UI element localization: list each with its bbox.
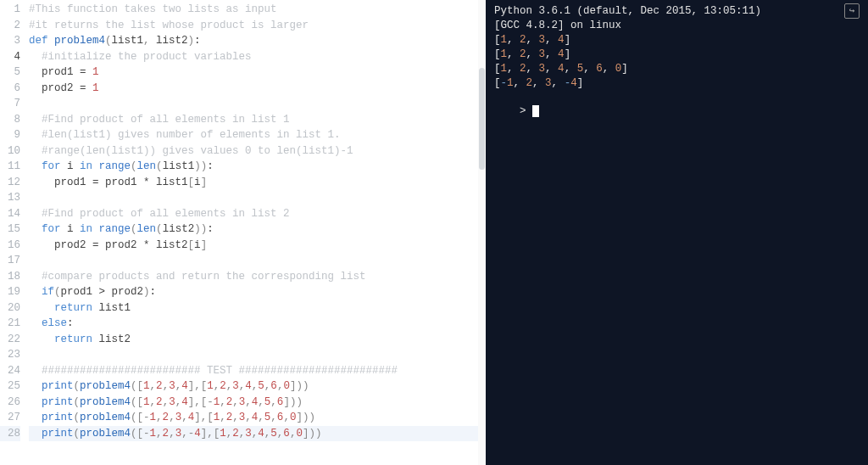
terminal-output-line: [-1, 2, 3, -4] — [494, 76, 860, 91]
code-line[interactable]: print(problem4([1,2,3,4],[1,2,3,4,5,6,0]… — [29, 378, 486, 395]
code-line[interactable]: prod2 = prod2 * list2[i] — [29, 238, 486, 254]
code-line[interactable] — [29, 347, 486, 363]
code-line[interactable]: #len(list1) gives number of elements in … — [29, 127, 486, 143]
token-fn: problem4 — [80, 380, 131, 392]
token-var: prod1 — [42, 66, 74, 78]
code-line[interactable]: print(problem4([-1,2,3,-4],[1,2,3,4,5,6,… — [29, 426, 486, 442]
token-num: 1 — [207, 380, 214, 392]
code-line[interactable]: #Find product of all elements in list 1 — [29, 112, 486, 128]
token-pun: ( — [54, 286, 61, 298]
token-var: list1 — [163, 160, 195, 172]
token-num: 1 — [92, 82, 99, 94]
popout-icon[interactable]: ↪ — [844, 3, 860, 19]
code-line[interactable]: #Find product of all elements in list 2 — [29, 206, 486, 222]
token-builtin: len — [137, 160, 157, 172]
token-kw: if — [42, 286, 54, 298]
token-var: i — [194, 176, 201, 188]
token-pun: ( — [74, 380, 81, 392]
token-var: prod1 — [54, 176, 86, 188]
code-line[interactable]: return list2 — [29, 332, 486, 348]
token-op: * — [137, 176, 157, 188]
line-number: 15 — [0, 221, 20, 238]
token-kw: else — [42, 317, 67, 329]
token-num: 3 — [232, 380, 239, 392]
code-line[interactable]: print(problem4([-1,2,3,4],[1,2,3,4,5,6,0… — [29, 410, 486, 426]
line-number: 19 — [0, 284, 20, 300]
code-line[interactable]: for i in range(len(list1)): — [29, 159, 486, 175]
code-line[interactable]: if(prod1 > prod2): — [29, 284, 486, 300]
code-line[interactable]: def problem4(list1, list2): — [29, 33, 486, 49]
token-num: 0 — [283, 380, 290, 392]
line-number: 21 — [0, 316, 20, 332]
code-line[interactable]: ######################### TEST #########… — [29, 363, 486, 379]
token-fn: problem4 — [80, 412, 131, 423]
token-pun: , — [143, 35, 156, 47]
code-editor-pane[interactable]: 1234567891011121314151617181920212223242… — [0, 0, 486, 465]
scrollbar-thumb[interactable] — [479, 68, 485, 170]
token-num: 2 — [163, 428, 170, 440]
terminal-pane[interactable]: Python 3.6.1 (default, Dec 2015, 13:05:1… — [486, 0, 868, 465]
code-line[interactable]: #it returns the list whose product is la… — [29, 18, 486, 34]
code-line[interactable] — [29, 253, 486, 269]
token-pun: ( — [156, 223, 163, 235]
code-line[interactable]: return list1 — [29, 300, 486, 317]
code-line[interactable] — [29, 190, 486, 206]
token-pun: ) — [143, 286, 150, 298]
token-pun: ( — [105, 35, 112, 47]
token-pun: ],[ — [201, 428, 220, 440]
token-num: 2 — [163, 412, 170, 423]
token-comment: #Find product of all elements in list 1 — [42, 114, 290, 126]
terminal-output-line: [1, 2, 3, 4, 5, 6, 0] — [494, 62, 860, 76]
token-pun: , — [156, 412, 163, 423]
token-fn: problem4 — [80, 396, 131, 408]
token-num: 6 — [283, 428, 290, 440]
line-number: 13 — [0, 190, 20, 206]
code-line[interactable]: #initialize the product variables — [29, 49, 486, 65]
code-area[interactable]: #This function takes two lists as input#… — [29, 0, 486, 441]
terminal-output-line: [1, 2, 3, 4] — [494, 33, 860, 48]
token-op: = — [74, 66, 93, 78]
token-var: list1 — [156, 176, 188, 188]
code-line[interactable]: #This function takes two lists as input — [29, 2, 486, 18]
code-line[interactable]: #range(len(list1)) gives values 0 to len… — [29, 143, 486, 160]
terminal-header: Python 3.6.1 (default, Dec 2015, 13:05:1… — [494, 4, 761, 19]
line-number: 20 — [0, 300, 20, 317]
code-line[interactable]: for i in range(len(list2)): — [29, 221, 486, 238]
token-num: 4 — [194, 428, 201, 440]
token-pun: , — [232, 396, 239, 408]
token-pun: ( — [74, 412, 81, 423]
editor-scrollbar[interactable] — [478, 0, 486, 465]
token-num: 4 — [181, 396, 188, 408]
token-pun: ])) — [283, 396, 303, 408]
line-number: 27 — [0, 410, 20, 426]
code-line[interactable] — [29, 96, 486, 112]
token-builtin: print — [42, 396, 74, 408]
token-pun: , — [150, 380, 157, 392]
line-number: 5 — [0, 64, 20, 81]
token-kw: def — [29, 35, 54, 47]
token-var: list2 — [163, 223, 195, 235]
token-op: = — [86, 176, 106, 188]
code-line[interactable]: prod1 = prod1 * list1[i] — [29, 175, 486, 191]
code-line[interactable]: print(problem4([1,2,3,4],[-1,2,3,4,5,6])… — [29, 395, 486, 411]
token-num: 4 — [245, 380, 252, 392]
token-fn: problem4 — [80, 428, 131, 440]
token-comment: ######################### TEST #########… — [42, 365, 398, 377]
token-var: prod2 — [42, 82, 74, 94]
code-line[interactable]: else: — [29, 316, 486, 332]
token-var: prod2 — [54, 239, 86, 251]
terminal-prompt-line[interactable]: > — [494, 90, 860, 133]
code-line[interactable]: #compare products and return the corresp… — [29, 269, 486, 285]
token-pun: , — [245, 412, 252, 423]
token-pun: ) — [194, 223, 201, 235]
line-number: 22 — [0, 332, 20, 348]
code-line[interactable]: prod2 = 1 — [29, 81, 486, 97]
token-pun: ])) — [303, 428, 322, 440]
token-var: list2 — [99, 333, 131, 345]
token-num: 3 — [245, 428, 252, 440]
token-num: 5 — [258, 380, 264, 392]
code-line[interactable]: prod1 = 1 — [29, 64, 486, 81]
token-var: list2 — [156, 239, 188, 251]
token-var: list2 — [156, 35, 188, 47]
token-var: i — [194, 239, 201, 251]
